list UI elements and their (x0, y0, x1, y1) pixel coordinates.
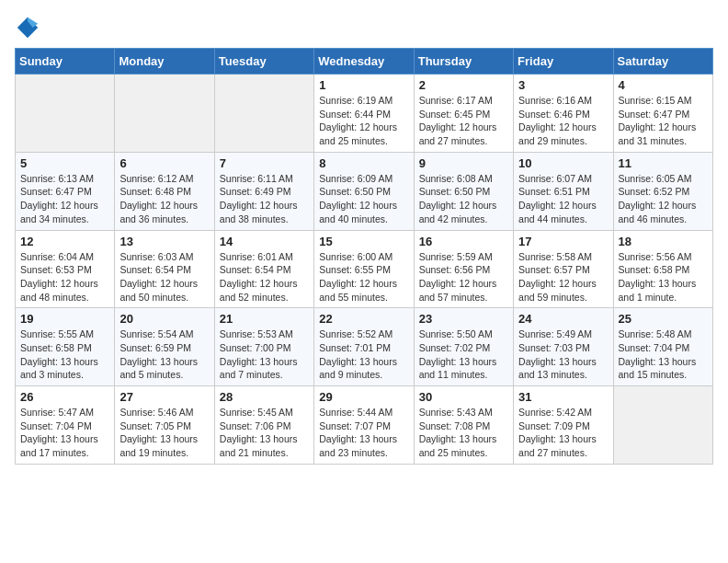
cell-content: Sunrise: 5:44 AM Sunset: 7:07 PM Dayligh… (319, 406, 408, 460)
day-number: 6 (119, 156, 209, 170)
calendar-cell (214, 75, 313, 153)
day-number: 24 (518, 312, 608, 326)
day-number: 18 (619, 235, 708, 248)
calendar-cell: 8Sunrise: 6:09 AM Sunset: 6:50 PM Daylig… (314, 152, 414, 230)
calendar-cell: 15Sunrise: 6:00 AM Sunset: 6:55 PM Dayli… (314, 230, 414, 308)
week-row-1: 1Sunrise: 6:19 AM Sunset: 6:44 PM Daylig… (16, 75, 713, 153)
cell-content: Sunrise: 5:48 AM Sunset: 7:04 PM Dayligh… (619, 327, 708, 382)
cell-content: Sunrise: 6:12 AM Sunset: 6:48 PM Dayligh… (119, 172, 209, 226)
day-number: 10 (518, 156, 608, 170)
cell-content: Sunrise: 6:00 AM Sunset: 6:55 PM Dayligh… (319, 250, 408, 304)
day-number: 13 (119, 235, 209, 248)
header (15, 15, 713, 40)
cell-content: Sunrise: 6:11 AM Sunset: 6:49 PM Dayligh… (220, 172, 309, 226)
calendar-cell: 26Sunrise: 5:47 AM Sunset: 7:04 PM Dayli… (16, 386, 115, 465)
day-number: 23 (419, 312, 508, 326)
cell-content: Sunrise: 5:42 AM Sunset: 7:09 PM Dayligh… (518, 406, 608, 460)
logo (15, 15, 44, 40)
day-number: 4 (619, 78, 708, 92)
day-number: 20 (119, 312, 209, 326)
day-number: 11 (619, 156, 708, 170)
calendar-cell: 9Sunrise: 6:08 AM Sunset: 6:50 PM Daylig… (414, 152, 513, 230)
header-row: SundayMondayTuesdayWednesdayThursdayFrid… (16, 49, 713, 75)
cell-content: Sunrise: 5:53 AM Sunset: 7:00 PM Dayligh… (220, 327, 309, 382)
cell-content: Sunrise: 5:52 AM Sunset: 7:01 PM Dayligh… (319, 327, 408, 382)
calendar-cell: 1Sunrise: 6:19 AM Sunset: 6:44 PM Daylig… (314, 75, 414, 153)
calendar: SundayMondayTuesdayWednesdayThursdayFrid… (15, 48, 713, 465)
day-header-friday: Friday (514, 49, 613, 75)
calendar-cell (115, 75, 214, 153)
cell-content: Sunrise: 5:45 AM Sunset: 7:06 PM Dayligh… (220, 406, 309, 460)
day-number: 21 (220, 312, 309, 326)
day-number: 14 (220, 235, 309, 248)
calendar-cell: 10Sunrise: 6:07 AM Sunset: 6:51 PM Dayli… (514, 152, 613, 230)
cell-content: Sunrise: 6:09 AM Sunset: 6:50 PM Dayligh… (319, 172, 408, 226)
calendar-cell: 28Sunrise: 5:45 AM Sunset: 7:06 PM Dayli… (214, 386, 313, 465)
cell-content: Sunrise: 5:59 AM Sunset: 6:56 PM Dayligh… (419, 250, 508, 304)
day-number: 17 (518, 235, 608, 248)
calendar-cell: 2Sunrise: 6:17 AM Sunset: 6:45 PM Daylig… (414, 75, 513, 153)
calendar-cell: 16Sunrise: 5:59 AM Sunset: 6:56 PM Dayli… (414, 230, 513, 308)
day-number: 2 (419, 78, 508, 92)
cell-content: Sunrise: 5:50 AM Sunset: 7:02 PM Dayligh… (419, 327, 508, 382)
day-number: 29 (319, 390, 408, 404)
calendar-cell: 19Sunrise: 5:55 AM Sunset: 6:58 PM Dayli… (16, 308, 115, 386)
cell-content: Sunrise: 6:17 AM Sunset: 6:45 PM Dayligh… (419, 94, 508, 148)
calendar-cell: 21Sunrise: 5:53 AM Sunset: 7:00 PM Dayli… (214, 308, 313, 386)
day-number: 1 (319, 78, 408, 92)
calendar-cell: 20Sunrise: 5:54 AM Sunset: 6:59 PM Dayli… (115, 308, 214, 386)
day-number: 26 (20, 390, 109, 404)
cell-content: Sunrise: 5:49 AM Sunset: 7:03 PM Dayligh… (518, 327, 608, 382)
day-number: 3 (518, 78, 608, 92)
calendar-cell: 31Sunrise: 5:42 AM Sunset: 7:09 PM Dayli… (514, 386, 613, 465)
calendar-cell: 23Sunrise: 5:50 AM Sunset: 7:02 PM Dayli… (414, 308, 513, 386)
cell-content: Sunrise: 6:08 AM Sunset: 6:50 PM Dayligh… (419, 172, 508, 226)
calendar-cell: 14Sunrise: 6:01 AM Sunset: 6:54 PM Dayli… (214, 230, 313, 308)
day-number: 27 (119, 390, 209, 404)
day-header-saturday: Saturday (613, 49, 712, 75)
calendar-cell: 3Sunrise: 6:16 AM Sunset: 6:46 PM Daylig… (514, 75, 613, 153)
day-header-monday: Monday (115, 49, 214, 75)
calendar-cell: 27Sunrise: 5:46 AM Sunset: 7:05 PM Dayli… (115, 386, 214, 465)
cell-content: Sunrise: 5:43 AM Sunset: 7:08 PM Dayligh… (419, 406, 508, 460)
calendar-cell: 4Sunrise: 6:15 AM Sunset: 6:47 PM Daylig… (613, 75, 712, 153)
calendar-cell: 22Sunrise: 5:52 AM Sunset: 7:01 PM Dayli… (314, 308, 414, 386)
day-header-tuesday: Tuesday (214, 49, 313, 75)
calendar-cell: 11Sunrise: 6:05 AM Sunset: 6:52 PM Dayli… (613, 152, 712, 230)
day-number: 31 (518, 390, 608, 404)
calendar-cell: 30Sunrise: 5:43 AM Sunset: 7:08 PM Dayli… (414, 386, 513, 465)
cell-content: Sunrise: 6:07 AM Sunset: 6:51 PM Dayligh… (518, 172, 608, 226)
calendar-cell: 24Sunrise: 5:49 AM Sunset: 7:03 PM Dayli… (514, 308, 613, 386)
week-row-5: 26Sunrise: 5:47 AM Sunset: 7:04 PM Dayli… (16, 386, 713, 465)
day-number: 8 (319, 156, 408, 170)
day-number: 12 (20, 235, 109, 248)
cell-content: Sunrise: 5:58 AM Sunset: 6:57 PM Dayligh… (518, 250, 608, 304)
calendar-cell: 6Sunrise: 6:12 AM Sunset: 6:48 PM Daylig… (115, 152, 214, 230)
cell-content: Sunrise: 6:04 AM Sunset: 6:53 PM Dayligh… (20, 250, 109, 304)
cell-content: Sunrise: 6:03 AM Sunset: 6:54 PM Dayligh… (119, 250, 209, 304)
day-number: 7 (220, 156, 309, 170)
calendar-cell: 29Sunrise: 5:44 AM Sunset: 7:07 PM Dayli… (314, 386, 414, 465)
day-number: 22 (319, 312, 408, 326)
day-header-wednesday: Wednesday (314, 49, 414, 75)
cell-content: Sunrise: 5:55 AM Sunset: 6:58 PM Dayligh… (20, 327, 109, 382)
day-number: 16 (419, 235, 508, 248)
day-number: 28 (220, 390, 309, 404)
calendar-cell: 7Sunrise: 6:11 AM Sunset: 6:49 PM Daylig… (214, 152, 313, 230)
cell-content: Sunrise: 5:46 AM Sunset: 7:05 PM Dayligh… (119, 406, 209, 460)
cell-content: Sunrise: 6:16 AM Sunset: 6:46 PM Dayligh… (518, 94, 608, 148)
week-row-3: 12Sunrise: 6:04 AM Sunset: 6:53 PM Dayli… (16, 230, 713, 308)
logo-icon (15, 15, 40, 40)
week-row-4: 19Sunrise: 5:55 AM Sunset: 6:58 PM Dayli… (16, 308, 713, 386)
cell-content: Sunrise: 5:47 AM Sunset: 7:04 PM Dayligh… (20, 406, 109, 460)
cell-content: Sunrise: 6:19 AM Sunset: 6:44 PM Dayligh… (319, 94, 408, 148)
cell-content: Sunrise: 6:15 AM Sunset: 6:47 PM Dayligh… (619, 94, 708, 148)
day-number: 5 (20, 156, 109, 170)
calendar-cell: 17Sunrise: 5:58 AM Sunset: 6:57 PM Dayli… (514, 230, 613, 308)
day-number: 19 (20, 312, 109, 326)
day-header-sunday: Sunday (16, 49, 115, 75)
day-number: 9 (419, 156, 508, 170)
calendar-cell (16, 75, 115, 153)
cell-content: Sunrise: 6:13 AM Sunset: 6:47 PM Dayligh… (20, 172, 109, 226)
cell-content: Sunrise: 6:01 AM Sunset: 6:54 PM Dayligh… (220, 250, 309, 304)
